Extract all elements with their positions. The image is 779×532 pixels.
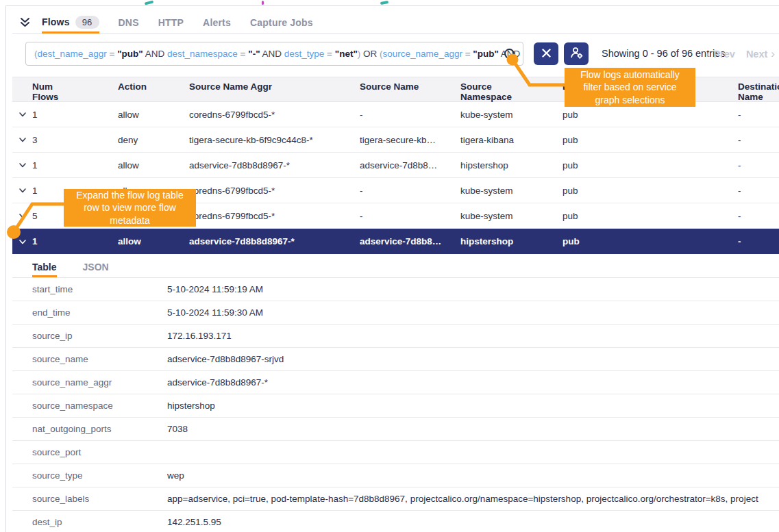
detail-row: nat_outgoing_ports 7038 — [12, 418, 779, 441]
search-icon[interactable] — [503, 47, 518, 62]
col-source-name: Source Name — [360, 81, 460, 92]
cell-source-name: - — [360, 186, 460, 196]
flows-count-badge: 96 — [75, 16, 99, 29]
cell-source-name-aggr: coredns-6799fbcd5-* — [189, 186, 360, 196]
detail-key: source_type — [32, 470, 167, 481]
detail-value: 172.16.193.171 — [167, 331, 779, 341]
detail-row: source_name_aggr adservice-7d8b8d8967-* — [12, 371, 779, 394]
filter-query-text: (dest_name_aggr = "pub" AND dest_namespa… — [34, 49, 520, 59]
cell-source-name: - — [360, 110, 460, 120]
cell-source-name: tigera-secure-kb… — [360, 135, 460, 145]
cell-num-flows: 1 — [32, 110, 118, 120]
flow-row[interactable]: 5 allow coredns-6799fbcd5-* - kube-syste… — [12, 203, 779, 229]
detail-tab-bar: Table JSON — [12, 254, 779, 278]
filter-query-input[interactable]: (dest_name_aggr = "pub" AND dest_namespa… — [25, 42, 523, 66]
tab-detail-json[interactable]: JSON — [83, 262, 109, 277]
expand-row-icon[interactable] — [12, 110, 32, 118]
col-dest-name-aggr: Dest Name Aggr — [562, 81, 738, 92]
detail-key: source_name — [32, 354, 167, 364]
detail-value: 5-10-2024 11:59:19 AM — [167, 284, 779, 294]
clipped-graph-fragment — [145, 0, 154, 5]
detail-key: source_port — [32, 447, 167, 457]
col-source-namespace: Source Namespace — [460, 81, 523, 102]
expand-row-icon[interactable] — [12, 212, 32, 220]
flow-logs-panel: Flows 96 DNS HTTP Alerts Capture Jobs (d… — [0, 0, 779, 532]
tab-http[interactable]: HTTP — [158, 12, 184, 33]
cell-source-name: adservice-7d8b8… — [360, 160, 460, 170]
cell-destination-name: - — [738, 110, 779, 120]
flows-toolbar: (dest_name_aggr = "pub" AND dest_namespa… — [12, 34, 779, 77]
flow-row[interactable]: 1 allow adservice-7d8b8d8967-* adservice… — [12, 153, 779, 178]
clear-filter-button[interactable] — [534, 42, 558, 65]
detail-value: hipstershop — [167, 401, 779, 411]
cell-source-namespace: kube-system — [460, 110, 562, 120]
cell-dest-name-aggr: pub — [562, 211, 738, 221]
cell-num-flows: 1 — [32, 236, 118, 246]
panel-tab-bar: Flows 96 DNS HTTP Alerts Capture Jobs — [12, 12, 779, 34]
tab-alerts[interactable]: Alerts — [203, 12, 231, 33]
cell-num-flows: 1 — [32, 186, 118, 196]
chevron-left-icon: ‹ — [706, 47, 710, 61]
cell-source-namespace: hipstershop — [460, 236, 562, 246]
detail-row: dest_ip 142.251.5.95 — [12, 511, 779, 532]
col-num-flows: Num Flows — [32, 81, 65, 102]
detail-value: 5-10-2024 11:59:30 AM — [167, 307, 779, 318]
cell-destination-name: - — [738, 186, 779, 196]
flow-detail-panel: Table JSON start_time 5-10-2024 11:59:19… — [12, 254, 779, 532]
tab-flows[interactable]: Flows 96 — [42, 12, 99, 34]
cell-destination-name: - — [738, 236, 779, 246]
expand-row-icon[interactable] — [12, 136, 32, 144]
collapse-panel-icon[interactable] — [20, 12, 30, 33]
cell-source-name-aggr: adservice-7d8b8d8967-* — [189, 160, 360, 170]
detail-row: source_port — [12, 441, 779, 464]
expand-row-icon[interactable] — [12, 186, 32, 194]
cell-source-name-aggr: coredns-6799fbcd5-* — [189, 110, 360, 120]
col-destination-name: Destination Name — [738, 81, 779, 102]
cell-source-name: adservice-7d8b8… — [360, 236, 460, 246]
col-source-name-aggr: Source Name Aggr — [189, 81, 360, 92]
clipped-graph-fragment — [262, 1, 264, 5]
cell-action: allow — [118, 160, 189, 170]
tab-detail-table[interactable]: Table — [32, 262, 57, 277]
detail-value: 7038 — [167, 424, 779, 434]
cell-action: deny — [118, 135, 189, 145]
detail-row: source_type wep — [12, 464, 779, 487]
cell-action: allow — [118, 110, 189, 120]
flow-logs-table: Num Flows Action Source Name Aggr Source… — [12, 77, 779, 254]
user-gear-icon — [570, 47, 583, 61]
flow-row[interactable]: 1 allow adservice-7d8b8d8967-* adservice… — [12, 229, 779, 254]
detail-value: 142.251.5.95 — [167, 517, 779, 527]
cell-num-flows: 3 — [32, 135, 118, 145]
pagination: ‹ Prev Next › — [706, 42, 775, 65]
close-icon — [542, 49, 551, 60]
cell-destination-name: - — [738, 160, 779, 170]
cell-dest-name-aggr: pub — [562, 110, 738, 120]
cell-num-flows: 5 — [32, 211, 118, 221]
cell-dest-name-aggr: pub — [562, 135, 738, 145]
cell-destination-name: - — [738, 135, 779, 145]
cell-source-name-aggr: tigera-secure-kb-6f9c9c44c8-* — [189, 135, 360, 145]
detail-key: source_labels — [32, 494, 167, 504]
user-settings-button[interactable] — [564, 42, 589, 65]
detail-value: wep — [167, 470, 779, 481]
detail-row: source_labels app=adservice, pci=true, p… — [12, 487, 779, 511]
flow-row[interactable]: 1 allow coredns-6799fbcd5-* - kube-syste… — [12, 102, 779, 127]
tab-dns[interactable]: DNS — [119, 12, 139, 33]
tab-capture-jobs[interactable]: Capture Jobs — [250, 12, 313, 33]
expand-row-icon[interactable] — [12, 238, 32, 246]
detail-key: source_name_aggr — [32, 377, 167, 388]
prev-button[interactable]: ‹ Prev — [706, 47, 735, 61]
flow-table-header: Num Flows Action Source Name Aggr Source… — [12, 77, 779, 102]
cell-dest-name-aggr: pub — [562, 160, 738, 170]
flow-row[interactable]: 3 deny tigera-secure-kb-6f9c9c44c8-* tig… — [12, 127, 779, 153]
cell-source-name: - — [360, 211, 460, 221]
next-button[interactable]: Next › — [746, 47, 775, 61]
detail-value: adservice-7d8b8d8967-srjvd — [167, 354, 779, 364]
tab-flows-label: Flows — [42, 16, 70, 27]
expand-row-icon[interactable] — [12, 161, 32, 169]
cell-action: allow — [118, 236, 189, 246]
cell-source-namespace: tigera-kibana — [460, 135, 562, 145]
detail-row: start_time 5-10-2024 11:59:19 AM — [12, 278, 779, 301]
flow-row[interactable]: 1 allow coredns-6799fbcd5-* - kube-syste… — [12, 178, 779, 203]
detail-row: source_ip 172.16.193.171 — [12, 325, 779, 348]
